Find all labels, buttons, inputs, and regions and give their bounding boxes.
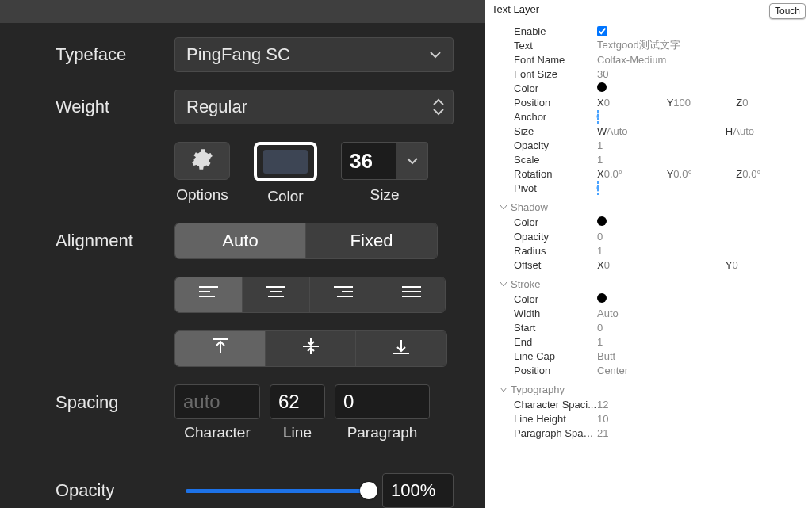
color-swatch[interactable] xyxy=(254,142,317,181)
rotation-y[interactable]: 0.0° xyxy=(673,168,691,180)
shadow-color-dot-icon[interactable] xyxy=(597,216,607,226)
options-button[interactable] xyxy=(174,142,230,180)
prop-text-value[interactable]: Textgood测试文字 xyxy=(597,38,806,52)
color-dot-icon[interactable] xyxy=(597,82,607,92)
stepper-icon xyxy=(432,97,445,116)
inspector-properties: Enable TextTextgood测试文字 Font NameColfax-… xyxy=(492,24,806,440)
touch-button[interactable]: Touch xyxy=(769,3,806,19)
shadow-offset-x[interactable]: 0 xyxy=(604,259,610,271)
size-sublabel: Size xyxy=(370,186,400,204)
chevron-down-icon xyxy=(500,204,508,211)
align-justify-button[interactable] xyxy=(377,277,445,312)
position-y[interactable]: 100 xyxy=(673,97,691,109)
weight-label: Weight xyxy=(56,97,174,117)
left-panel-topbar xyxy=(0,0,485,23)
chevron-down-icon xyxy=(500,281,508,288)
inspector-title: Text Layer xyxy=(492,3,539,15)
left-panel-body: Typeface PingFang SC Weight Regular xyxy=(0,23,485,508)
h-align-row xyxy=(56,277,454,313)
section-typography[interactable]: Typography xyxy=(500,384,806,395)
slider-thumb-icon[interactable] xyxy=(360,482,377,499)
section-stroke[interactable]: Stroke xyxy=(500,278,806,290)
gear-icon xyxy=(191,148,213,174)
prop-fontsize-value[interactable]: 30 xyxy=(597,68,806,80)
align-bottom-button[interactable] xyxy=(356,331,446,366)
spacing-label: Spacing xyxy=(56,392,174,413)
align-bottom-icon xyxy=(392,337,411,361)
position-x[interactable]: 0 xyxy=(604,97,610,109)
prop-text-label: Text xyxy=(514,40,597,52)
shadow-radius[interactable]: 1 xyxy=(597,245,806,257)
paragraph-spacing-label: Paragraph xyxy=(347,424,418,441)
align-middle-button[interactable] xyxy=(266,331,356,366)
align-center-button[interactable] xyxy=(243,277,310,312)
typo-char-spacing[interactable]: 12 xyxy=(597,399,806,411)
alignment-mode-segment: Auto Fixed xyxy=(174,223,438,259)
opacity-row: Opacity 100% xyxy=(56,473,454,508)
alignment-fixed-button[interactable]: Fixed xyxy=(306,223,437,258)
typeface-label: Typeface xyxy=(56,44,174,65)
size-h[interactable]: Auto xyxy=(733,125,754,137)
chevron-down-icon xyxy=(406,154,419,168)
size-group: 36 xyxy=(341,142,428,180)
opacity-value-input[interactable]: 100% xyxy=(382,473,454,508)
align-left-icon xyxy=(197,285,220,305)
align-right-button[interactable] xyxy=(310,277,377,312)
opacity-label: Opacity xyxy=(56,480,174,501)
position-z[interactable]: 0 xyxy=(742,97,748,109)
typo-line-height[interactable]: 10 xyxy=(597,413,806,425)
stroke-start[interactable]: 0 xyxy=(597,322,806,334)
weight-select[interactable]: Regular xyxy=(174,90,454,124)
typeface-row: Typeface PingFang SC xyxy=(56,37,454,72)
prop-position-label: Position xyxy=(514,97,597,109)
shadow-opacity[interactable]: 0 xyxy=(597,231,806,243)
pivot-icon[interactable] xyxy=(597,181,599,195)
align-center-icon xyxy=(265,285,287,305)
prop-fontname-label: Font Name xyxy=(514,54,597,66)
character-spacing-input[interactable]: auto xyxy=(174,384,260,419)
section-shadow[interactable]: Shadow xyxy=(500,201,806,213)
color-swatch-inner xyxy=(263,150,308,174)
rotation-z[interactable]: 0.0° xyxy=(742,168,760,180)
prop-scale-label: Scale xyxy=(514,154,597,166)
alignment-auto-button[interactable]: Auto xyxy=(175,223,306,258)
align-middle-icon xyxy=(301,337,320,361)
size-w[interactable]: Auto xyxy=(607,125,628,137)
align-top-button[interactable] xyxy=(175,331,266,366)
rotation-x[interactable]: 0.0° xyxy=(604,168,622,180)
stroke-end[interactable]: 1 xyxy=(597,336,806,348)
options-sublabel: Options xyxy=(176,186,228,204)
weight-row: Weight Regular xyxy=(56,90,454,124)
opacity-slider[interactable] xyxy=(186,488,371,493)
paragraph-spacing-input[interactable]: 0 xyxy=(335,384,430,419)
stroke-linecap[interactable]: Butt xyxy=(597,350,806,362)
prop-scale-value[interactable]: 1 xyxy=(597,154,806,166)
enable-checkbox[interactable] xyxy=(597,26,607,36)
spacing-row: Spacing auto Character 62 Line 0 Paragra… xyxy=(56,384,454,441)
stroke-color-dot-icon[interactable] xyxy=(597,293,607,303)
align-left-button[interactable] xyxy=(175,277,243,312)
typeface-dropdown[interactable]: PingFang SC xyxy=(174,37,454,72)
options-color-size-row: Options Color 36 Size xyxy=(174,142,454,205)
typo-para-spacing[interactable]: 21 xyxy=(597,427,806,439)
v-align-segment xyxy=(174,330,447,367)
size-input[interactable]: 36 xyxy=(341,142,396,180)
character-spacing-label: Character xyxy=(184,424,250,441)
line-spacing-input[interactable]: 62 xyxy=(270,384,325,419)
left-panel: Typeface PingFang SC Weight Regular xyxy=(0,0,485,508)
alignment-label: Alignment xyxy=(56,231,174,251)
prop-opacity-value[interactable]: 1 xyxy=(597,139,806,151)
align-right-icon xyxy=(332,285,354,305)
shadow-offset-y[interactable]: 0 xyxy=(733,259,738,271)
prop-fontname-value[interactable]: Colfax-Medium xyxy=(597,54,806,66)
chevron-down-icon xyxy=(429,51,442,59)
size-dropdown[interactable] xyxy=(396,142,428,180)
typeface-value: PingFang SC xyxy=(186,44,290,65)
anchor-icon[interactable] xyxy=(597,110,599,124)
prop-color-label: Color xyxy=(514,82,597,94)
chevron-down-icon xyxy=(500,387,508,393)
stroke-position[interactable]: Center xyxy=(597,365,806,376)
stroke-width[interactable]: Auto xyxy=(597,307,806,319)
align-justify-icon xyxy=(400,285,423,305)
prop-opacity-label: Opacity xyxy=(514,139,597,151)
